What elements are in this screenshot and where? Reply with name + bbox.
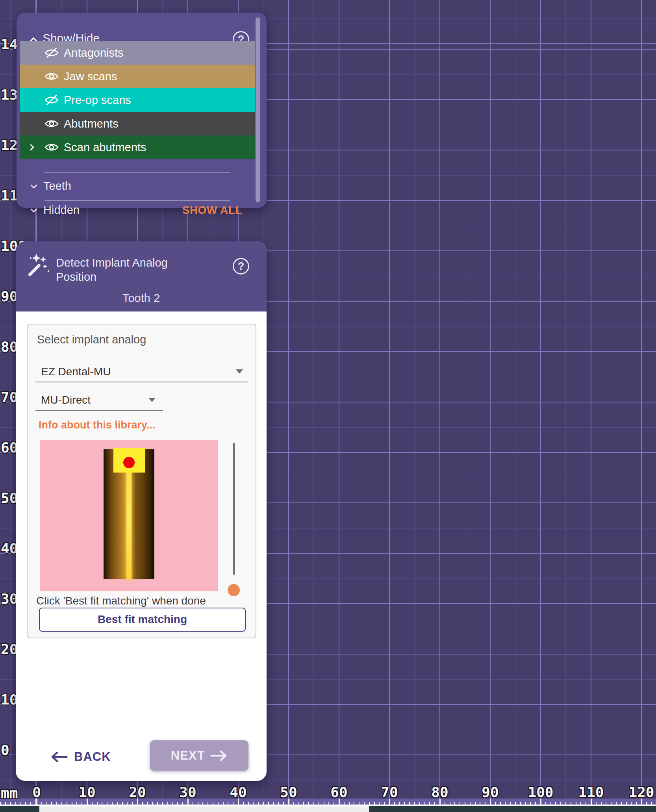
- best-fit-hint: Click 'Best fit matching' when done: [36, 595, 206, 607]
- chevron-down-icon[interactable]: [29, 206, 39, 215]
- layer-label: Scan abutments: [64, 141, 146, 154]
- left-ruler-label: 90: [1, 287, 18, 306]
- layer-row-scan-abutments[interactable]: Scan abutments: [20, 135, 255, 159]
- divider: [44, 172, 230, 173]
- next-button-label: NEXT: [171, 749, 205, 763]
- library-info-link[interactable]: Info about this library...: [39, 419, 156, 431]
- chevron-down-icon[interactable]: [236, 369, 243, 374]
- left-ruler-label: 40: [1, 539, 18, 558]
- arrow-left-icon: [50, 751, 68, 763]
- section-teeth[interactable]: Teeth: [43, 180, 71, 193]
- divider: [44, 200, 230, 201]
- layer-row-jaw-scans[interactable]: Jaw scans: [20, 65, 255, 88]
- eye-off-icon[interactable]: [44, 95, 59, 106]
- left-ruler-label: 50: [1, 489, 18, 508]
- analog-highlight: [126, 472, 132, 579]
- preview-slider-thumb[interactable]: [228, 584, 240, 596]
- layer-label: Abutments: [64, 117, 119, 130]
- library-dropdown[interactable]: EZ Dental-MU: [41, 365, 111, 378]
- best-fit-matching-button[interactable]: Best fit matching: [39, 608, 246, 632]
- arrow-right-icon: [210, 750, 228, 762]
- card-heading: Select implant analog: [37, 333, 146, 346]
- left-ruler-label: 0: [1, 741, 9, 760]
- show-all-button[interactable]: SHOW ALL: [182, 204, 242, 217]
- wizard-header: Detect Implant Analog Position ? Tooth 2: [16, 241, 267, 311]
- preview-slider-track[interactable]: [233, 443, 235, 575]
- section-hidden[interactable]: Hidden: [43, 204, 80, 217]
- analog-marker-dot: [123, 457, 135, 468]
- left-ruler-label: 60: [1, 438, 18, 457]
- implant-analog-preview: [40, 440, 218, 591]
- dropdown-underline: [35, 410, 163, 411]
- chevron-right-icon[interactable]: [28, 143, 36, 152]
- bottom-scrollbar-thumb[interactable]: [39, 806, 369, 812]
- left-ruler-label: 30: [1, 590, 18, 608]
- wizard-title: Detect Implant Analog Position: [56, 256, 168, 284]
- type-dropdown[interactable]: MU-Direct: [41, 394, 91, 406]
- magic-wand-icon: [27, 252, 53, 278]
- back-button[interactable]: BACK: [50, 743, 111, 771]
- layer-label: Antagonists: [64, 46, 124, 59]
- eye-icon[interactable]: [44, 142, 59, 153]
- ruler-tick-band: [0, 799, 656, 806]
- chevron-down-icon[interactable]: [148, 398, 156, 402]
- select-analog-card: Select implant analog EZ Dental-MU MU-Di…: [27, 324, 256, 638]
- left-ruler-label: 10: [1, 690, 18, 709]
- layer-label: Jaw scans: [64, 70, 117, 83]
- eye-off-icon[interactable]: [44, 47, 59, 58]
- left-ruler-label: 20: [1, 640, 18, 659]
- show-hide-panel: Show/Hide ? Antagonists Jaw scans Pre-o: [17, 13, 267, 208]
- layer-row-preop-scans[interactable]: Pre-op scans: [20, 88, 255, 112]
- eye-icon[interactable]: [44, 118, 59, 129]
- help-icon[interactable]: ?: [233, 258, 249, 274]
- dropdown-underline: [35, 382, 248, 382]
- viewport-canvas[interactable]: 140 130 120 110 100 90 80 70 60 50 40 30…: [0, 0, 656, 812]
- panel-scrollbar[interactable]: [256, 17, 260, 202]
- layer-rows: Antagonists Jaw scans Pre-op scans Abutm…: [20, 41, 255, 159]
- layer-row-antagonists[interactable]: Antagonists: [20, 41, 255, 65]
- layer-label: Pre-op scans: [64, 94, 131, 107]
- back-button-label: BACK: [74, 750, 111, 764]
- implant-wizard-panel: Detect Implant Analog Position ? Tooth 2…: [16, 241, 267, 781]
- layer-row-abutments[interactable]: Abutments: [20, 112, 255, 135]
- left-ruler-label: 70: [1, 388, 18, 407]
- next-button[interactable]: NEXT: [150, 740, 248, 771]
- chevron-down-icon[interactable]: [29, 182, 39, 191]
- eye-icon[interactable]: [44, 71, 59, 82]
- tooth-label: Tooth 2: [16, 292, 267, 305]
- left-ruler-label: 80: [1, 337, 18, 356]
